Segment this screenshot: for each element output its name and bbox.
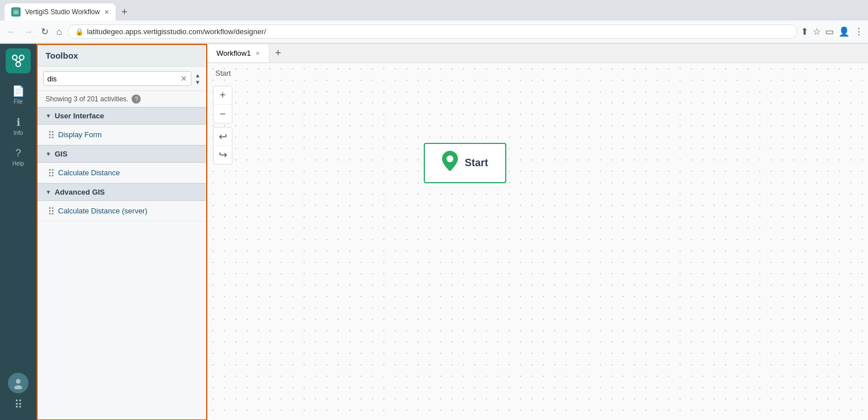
- toolbox-title: Toolbox: [46, 51, 78, 60]
- category-user-interface-label: User Interface: [55, 112, 104, 120]
- drag-handle-icon: [49, 131, 54, 138]
- browser-chrome: W VertigiS Studio Workflow × + ← → ↻ ⌂ 🔒…: [0, 0, 868, 44]
- activity-display-form-label: Display Form: [58, 130, 102, 139]
- undo-button[interactable]: ↩: [214, 127, 232, 146]
- workflow-tab-close-button[interactable]: ×: [255, 49, 260, 57]
- app-logo[interactable]: [6, 48, 31, 73]
- toolbox-search-row: ✕ ▲ ▼: [38, 67, 206, 91]
- redo-button[interactable]: ↪: [214, 146, 232, 164]
- activity-calculate-distance[interactable]: Calculate Distance: [38, 163, 206, 183]
- menu-icon[interactable]: ⋮: [854, 26, 863, 37]
- help-badge-button[interactable]: ?: [132, 94, 141, 104]
- workflow-tab-label: Workflow1: [216, 49, 251, 57]
- split-screen-icon[interactable]: ▭: [825, 26, 834, 37]
- category-gis-label: GIS: [55, 150, 67, 158]
- address-bar[interactable]: 🔒 latitudegeo.apps.vertigisstudio.com/wo…: [68, 24, 797, 39]
- activity-calculate-distance-server[interactable]: Calculate Distance (server): [38, 201, 206, 221]
- drag-handle-icon-2: [49, 169, 54, 176]
- main-area: Workflow1 × + Start + − ↩ ↪: [207, 44, 868, 420]
- clear-search-button[interactable]: ✕: [181, 74, 187, 83]
- svg-point-8: [16, 379, 21, 384]
- tab-close-button[interactable]: ×: [104, 8, 109, 16]
- showing-text: Showing 3 of 201 activities. ?: [38, 91, 206, 107]
- workflow-tab-1[interactable]: Workflow1 ×: [207, 44, 269, 62]
- sidebar-bottom: ⠿: [8, 373, 28, 416]
- sidebar-label-file: File: [14, 98, 23, 105]
- svg-text:W: W: [14, 10, 18, 15]
- search-box: ✕: [43, 71, 191, 86]
- activity-display-form[interactable]: Display Form: [38, 125, 206, 145]
- home-button[interactable]: ⌂: [54, 26, 64, 38]
- chevron-down-icon-2: ▼: [46, 151, 51, 157]
- sidebar-item-help[interactable]: ? Help: [0, 143, 36, 171]
- activity-calculate-distance-server-label: Calculate Distance (server): [58, 207, 148, 215]
- zoom-in-button[interactable]: +: [214, 87, 232, 105]
- profile-icon[interactable]: 👤: [838, 26, 850, 37]
- share-icon[interactable]: ⬆: [801, 26, 808, 37]
- category-advanced-gis-label: Advanced GIS: [55, 188, 105, 196]
- start-node-label: Start: [465, 157, 488, 169]
- workflow-tabs: Workflow1 × +: [207, 44, 868, 63]
- sidebar-item-file[interactable]: 📄 File: [0, 80, 36, 109]
- category-user-interface[interactable]: ▼ User Interface: [38, 107, 206, 125]
- start-pin-icon: [442, 151, 458, 175]
- canvas-area[interactable]: Start + − ↩ ↪ Start: [207, 63, 868, 420]
- drag-handle-icon-3: [49, 207, 54, 215]
- zoom-controls: + −: [213, 86, 232, 123]
- grid-apps-icon[interactable]: ⠿: [14, 398, 23, 411]
- sidebar-label-info: Info: [14, 130, 23, 136]
- search-input[interactable]: [47, 75, 178, 83]
- tab-title: VertigiS Studio Workflow: [25, 8, 100, 16]
- svg-point-10: [447, 155, 453, 162]
- zoom-out-button[interactable]: −: [214, 105, 232, 123]
- url-text: latitudegeo.apps.vertigisstudio.com/work…: [87, 27, 266, 36]
- svg-point-9: [14, 385, 22, 389]
- category-advanced-gis[interactable]: ▼ Advanced GIS: [38, 183, 206, 201]
- sidebar-label-help: Help: [13, 160, 24, 167]
- nav-actions: ⬆ ☆ ▭ 👤 ⋮: [801, 26, 863, 37]
- activity-calculate-distance-label: Calculate Distance: [58, 168, 120, 177]
- help-icon: ?: [15, 147, 21, 159]
- toolbox-header: Toolbox: [38, 45, 206, 67]
- new-workflow-tab-button[interactable]: +: [269, 44, 287, 63]
- app-sidebar: 📄 File ℹ Info ? Help ⠿: [0, 44, 36, 420]
- file-icon: 📄: [12, 85, 24, 97]
- chevron-down-icon: ▼: [46, 113, 51, 119]
- back-button[interactable]: ←: [5, 26, 18, 38]
- info-icon: ℹ: [17, 116, 21, 129]
- app-container: 📄 File ℹ Info ? Help ⠿ Toolbox: [0, 44, 868, 420]
- category-gis[interactable]: ▼ GIS: [38, 145, 206, 163]
- user-avatar[interactable]: [8, 373, 28, 393]
- reload-button[interactable]: ↻: [39, 25, 51, 38]
- browser-tab[interactable]: W VertigiS Studio Workflow ×: [5, 3, 116, 20]
- tab-bar: W VertigiS Studio Workflow × +: [0, 0, 868, 20]
- arrow-down-icon: ▼: [195, 79, 200, 85]
- chevron-down-icon-3: ▼: [46, 189, 51, 195]
- nav-bar: ← → ↻ ⌂ 🔒 latitudegeo.apps.vertigisstudi…: [0, 20, 868, 43]
- start-node[interactable]: Start: [424, 143, 506, 183]
- bookmark-icon[interactable]: ☆: [813, 26, 821, 37]
- new-tab-button[interactable]: +: [118, 6, 131, 18]
- toolbox-panel: Toolbox ✕ ▲ ▼ Showing 3 of 201 activitie…: [36, 44, 207, 420]
- arrow-up-icon: ▲: [195, 72, 200, 79]
- forward-button[interactable]: →: [22, 26, 35, 38]
- tab-favicon: W: [11, 7, 21, 17]
- showing-count-text: Showing 3 of 201 activities.: [46, 95, 128, 103]
- sidebar-item-info[interactable]: ℹ Info: [0, 112, 36, 141]
- history-controls: ↩ ↪: [213, 127, 232, 164]
- breadcrumb: Start: [215, 69, 231, 77]
- lock-icon: 🔒: [75, 28, 84, 36]
- search-arrows[interactable]: ▲ ▼: [195, 72, 200, 85]
